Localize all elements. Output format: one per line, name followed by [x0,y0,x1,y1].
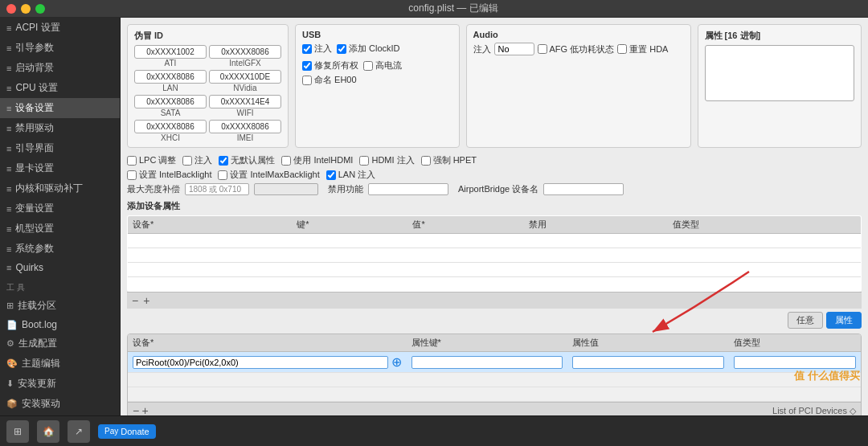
sidebar-item-kernel[interactable]: ≡ 内核和驱动补丁 [0,178,120,198]
sidebar-item-bootlog[interactable]: 📄 Boot.log [0,316,120,333]
window-controls[interactable] [6,4,45,14]
inject-label[interactable]: 注入 [302,43,332,55]
wifi-label: WIFI [209,108,281,117]
nameeh00-checkbox[interactable] [302,76,312,85]
top-sections-row: 伪冒 ID 0xXXXX1002 ATI 0xXXXX8086 IntelGFX… [127,24,862,148]
intelgfx-value[interactable]: 0xXXXX8086 [209,45,281,59]
pci-value-input[interactable] [572,356,724,369]
maximize-button[interactable] [35,4,45,14]
airport-bridge-input[interactable] [543,183,624,195]
pci-add-icon[interactable]: ⊕ [391,354,402,370]
close-button[interactable] [6,4,16,14]
sidebar-item-vars[interactable]: ≡ 变量设置 [0,198,120,219]
intel-backlight-checkbox[interactable] [127,170,137,180]
bottom-icon-2[interactable]: 🏠 [37,420,59,443]
bottom-icon-1[interactable]: ⊞ [6,420,29,443]
lan-value[interactable]: 0xXXXX8086 [134,70,207,84]
afg-checkbox[interactable] [538,44,547,54]
donate-button[interactable]: Pay Donate [98,424,156,439]
sidebar-item-machine[interactable]: ≡ 机型设置 [0,219,120,239]
highcurrent-label[interactable]: 高电流 [363,59,402,72]
bottom-icon-3[interactable]: ↗ [68,420,90,443]
ban-feature-input[interactable] [254,183,318,195]
nameeh00-label[interactable]: 命名 EH00 [302,74,357,86]
tab-renfyi[interactable]: 任意 [788,312,823,329]
sidebar-item-acpi[interactable]: ≡ ACPI 设置 [0,18,120,38]
intel-backlight-label[interactable]: 设置 IntelBacklight [127,169,211,181]
ati-value[interactable]: 0xXXXX1002 [134,45,207,59]
highcurrent-checkbox[interactable] [363,61,373,71]
sidebar-item-cpu[interactable]: ≡ CPU 设置 [0,78,120,98]
intel-max-backlight-label[interactable]: 设置 IntelMaxBacklight [218,169,319,181]
donate-label: Donate [121,427,149,436]
pci-key-cell [407,352,568,373]
max-brightness-input[interactable] [185,183,249,195]
pci-key-input[interactable] [411,356,563,369]
lpc-tune-checkbox[interactable] [127,156,137,166]
force-hpet-checkbox[interactable] [421,156,431,166]
sidebar-item-boot-ui[interactable]: ≡ 引导界面 [0,138,120,158]
addclockid-checkbox[interactable] [337,44,346,54]
audio-title: Audio [473,30,684,39]
sidebar-item-install-driver[interactable]: 📦 安装驱动 [0,394,120,414]
table-header-row: 设备* 键* 值* 禁用 值类型 [128,216,862,234]
pci-section: 设备* 属性键* 属性值 值类型 ⊕ [127,333,862,415]
intel-max-backlight-checkbox[interactable] [218,170,227,180]
sata-value[interactable]: 0xXXXX8086 [134,95,207,108]
sidebar-item-gpu[interactable]: ≡ 显卡设置 [0,158,120,178]
sidebar-item-update[interactable]: ⬇ 安装更新 [0,374,120,394]
sidebar-item-boot-bg[interactable]: ≡ 启动背景 [0,58,120,78]
inject-opt-checkbox[interactable] [182,156,192,166]
properties-textarea[interactable] [705,45,855,101]
tab-property[interactable]: 属性 [826,312,862,329]
fixownership-checkbox[interactable] [302,61,312,71]
no-default-prop-checkbox[interactable] [219,156,228,166]
minimize-button[interactable] [21,4,31,14]
use-intel-hdmi-checkbox[interactable] [281,156,291,166]
add-pci-button[interactable]: + [142,405,149,415]
addclockid-label[interactable]: 添加 ClockID [337,43,400,55]
list-icon: ≡ [6,84,11,93]
afg-label[interactable]: AFG 低功耗状态 [538,43,615,55]
fake-id-section: 伪冒 ID 0xXXXX1002 ATI 0xXXXX8086 IntelGFX… [127,24,289,148]
fixownership-label[interactable]: 修复所有权 [302,59,358,72]
lpc-tune-label[interactable]: LPC 调整 [127,154,176,166]
wifi-value[interactable]: 0xXXXX14E4 [209,95,281,108]
sidebar-item-theme[interactable]: 🎨 主题编辑 [0,354,120,374]
inject-opt-label[interactable]: 注入 [182,154,212,166]
sidebar-item-devices[interactable]: ≡ 设备设置 [0,98,120,118]
resethda-checkbox[interactable] [617,44,627,54]
lan-inject-label[interactable]: LAN 注入 [326,169,375,181]
list-icon: ≡ [6,43,11,53]
id-cell-wifi: 0xXXXX14E4 WIFI [209,95,281,117]
pci-bottom-bar: − + List of PCI Devices ◇ [128,402,861,415]
remove-device-button[interactable]: − [132,295,138,306]
no-default-prop-label[interactable]: 无默认属性 [219,154,275,166]
sidebar-item-disable-drivers[interactable]: ≡ 禁用驱动 [0,118,120,138]
sidebar-item-boot-args[interactable]: ≡ 引导参数 [0,38,120,58]
pci-device-input[interactable] [133,356,388,369]
sidebar-item-genconfig[interactable]: ⚙ 生成配置 [0,333,120,354]
add-device-button[interactable]: + [143,295,149,306]
hdmi-inject-label[interactable]: HDMI 注入 [359,154,414,166]
lan-inject-checkbox[interactable] [326,170,336,180]
hdmi-inject-checkbox[interactable] [359,156,369,166]
ban-feature-value[interactable] [368,183,448,195]
imei-value[interactable]: 0xXXXX8086 [209,120,281,133]
nvidia-value[interactable]: 0xXXXX10DE [209,70,281,84]
xhci-value[interactable]: 0xXXXX8086 [134,120,207,133]
sidebar-item-quirks[interactable]: ≡ Quirks [0,259,120,276]
usb-checkboxes-row1: 注入 添加 ClockID 修复所有权 高电流 [302,43,452,72]
sidebar-item-sysparams[interactable]: ≡ 系统参数 [0,239,120,259]
remove-pci-button[interactable]: − [133,405,139,415]
sidebar-item-mount[interactable]: ⊞ 挂载分区 [0,296,120,316]
properties-section: 属性 [16 进制] [698,24,862,148]
resethda-label[interactable]: 重置 HDA [617,43,668,55]
audio-inject-select[interactable]: No 1 2 [494,43,534,55]
pci-selected-row[interactable]: ⊕ [128,352,861,373]
force-hpet-label[interactable]: 强制 HPET [421,154,477,166]
use-intel-hdmi-label[interactable]: 使用 IntelHDMI [281,154,353,166]
inject-checkbox[interactable] [302,44,312,54]
pci-type-input[interactable] [734,356,856,369]
pci-value-cell [567,352,729,373]
